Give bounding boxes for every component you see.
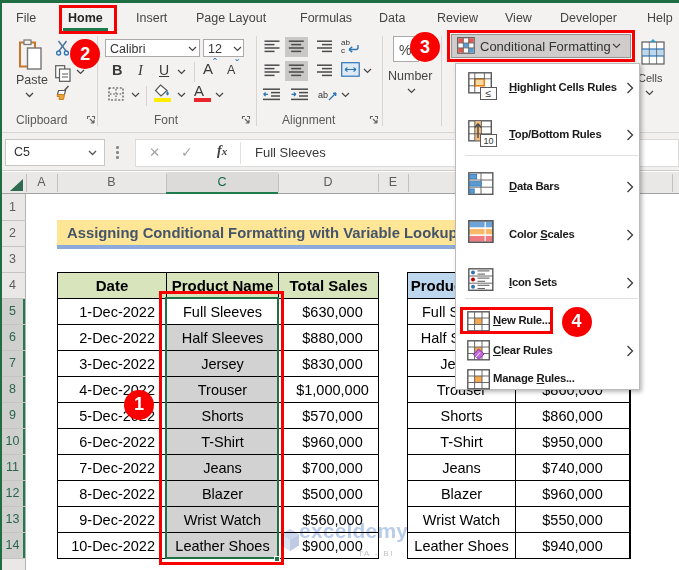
svg-text:c: c: [341, 46, 345, 54]
svg-text:ab: ab: [318, 90, 328, 100]
